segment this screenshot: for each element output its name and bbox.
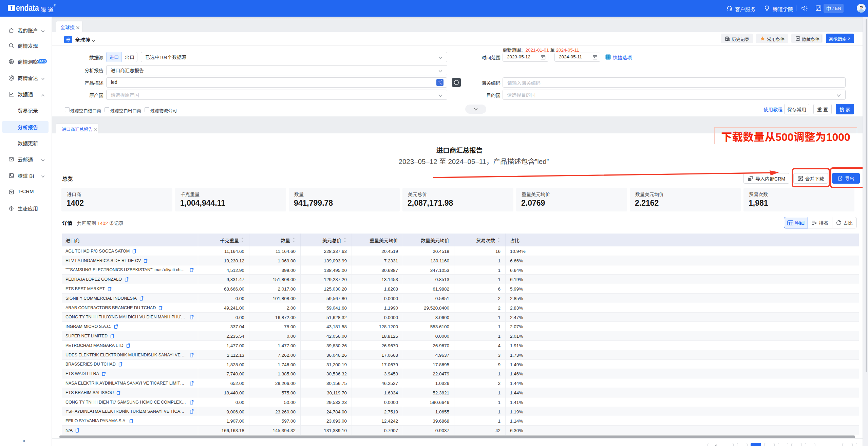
- svg-text:BI: BI: [11, 175, 13, 178]
- svg-text:A: A: [440, 82, 442, 85]
